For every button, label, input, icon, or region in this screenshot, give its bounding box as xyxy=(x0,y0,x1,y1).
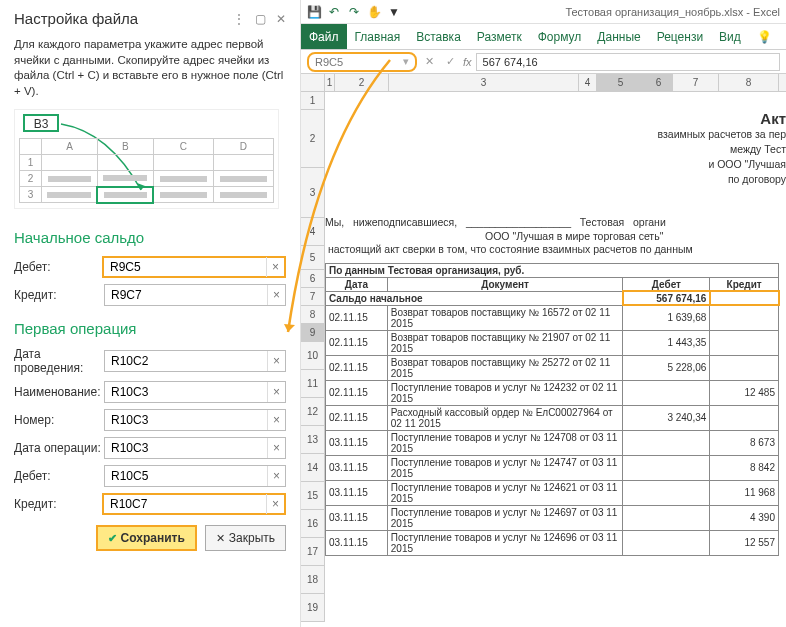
doc-body: Мы, нижеподписавшиеся, _________________… xyxy=(325,216,786,257)
clear-icon[interactable]: × xyxy=(267,285,285,305)
more-icon[interactable]: ⋮ xyxy=(233,12,245,26)
doc-subtitle: взаимных расчетов за пер xyxy=(325,128,786,143)
tab-data[interactable]: Данные xyxy=(589,24,648,49)
table-row[interactable]: 03.11.15Поступление товаров и услуг № 12… xyxy=(326,530,779,555)
table-row[interactable]: 02.11.15Расходный кассовый ордер № ЕлС00… xyxy=(326,405,779,430)
debet-label: Дебет: xyxy=(14,260,102,274)
close-panel-icon[interactable]: ✕ xyxy=(276,12,286,26)
saldo-debet-cell[interactable]: 567 674,16 xyxy=(623,291,710,305)
table-row[interactable]: 02.11.15Возврат товаров поставщику № 219… xyxy=(326,330,779,355)
tab-layout[interactable]: Разметк xyxy=(469,24,530,49)
spreadsheet[interactable]: 1 2 3 4 5 6 7 8 1 2 3 4 5 6 7 8 9 10 11 … xyxy=(301,74,786,627)
debet-input[interactable] xyxy=(104,258,266,276)
table-caption: По данным Тестовая организация, руб. xyxy=(326,263,779,277)
table-row[interactable]: 03.11.15Поступление товаров и услуг № 12… xyxy=(326,430,779,455)
section-saldo-title: Начальное сальдо xyxy=(14,229,286,246)
saldo-label: Сальдо начальное xyxy=(326,291,623,305)
clear-icon[interactable]: × xyxy=(267,410,285,430)
save-button[interactable]: ✔Сохранить xyxy=(96,525,197,551)
formula-bar[interactable]: 567 674,16 xyxy=(476,53,780,71)
table-row[interactable]: 03.11.15Поступление товаров и услуг № 12… xyxy=(326,480,779,505)
th-date: Дата xyxy=(326,277,388,291)
column-headers: 1 2 3 4 5 6 7 8 xyxy=(301,74,786,92)
clear-icon[interactable]: × xyxy=(266,494,284,514)
section-op-title: Первая операция xyxy=(14,320,286,337)
th-doc: Документ xyxy=(387,277,623,291)
op-name-input[interactable] xyxy=(105,382,267,402)
save-icon[interactable]: 💾 xyxy=(307,5,321,19)
saldo-credit-cell[interactable] xyxy=(710,291,779,305)
ribbon-tabs: Файл Главная Вставка Разметк Формул Данн… xyxy=(301,24,786,50)
tab-help[interactable]: Помощ xyxy=(780,24,786,49)
op-name-label: Наименование: xyxy=(14,385,104,399)
tab-insert[interactable]: Вставка xyxy=(408,24,469,49)
maximize-icon[interactable]: ▢ xyxy=(255,12,266,26)
th-debet: Дебет xyxy=(623,277,710,291)
table-row[interactable]: 02.11.15Возврат товаров поставщику № 252… xyxy=(326,355,779,380)
table-row[interactable]: 03.11.15Поступление товаров и услуг № 12… xyxy=(326,505,779,530)
touch-icon[interactable]: ✋ xyxy=(367,5,381,19)
tab-home[interactable]: Главная xyxy=(347,24,409,49)
clear-icon[interactable]: × xyxy=(267,351,285,371)
doc-title: Акт xyxy=(325,110,786,128)
table-row[interactable]: 02.11.15Поступление товаров и услуг № 12… xyxy=(326,380,779,405)
close-button[interactable]: ✕Закрыть xyxy=(205,525,286,551)
window-title: Тестовая организация_ноябрь.xlsx - Excel xyxy=(565,6,780,18)
op-debet-input[interactable] xyxy=(105,466,267,486)
op-debet-label: Дебет: xyxy=(14,469,104,483)
help-icon[interactable]: 💡 xyxy=(749,24,780,49)
check-icon: ✔ xyxy=(108,532,117,545)
panel-intro: Для каждого параметра укажите адрес перв… xyxy=(14,37,286,99)
cell-diagram: B3 ABCD 1 2 3 xyxy=(14,109,279,209)
op-opdate-label: Дата операции: xyxy=(14,441,104,455)
fx-cancel-icon[interactable]: ✕ xyxy=(421,55,438,68)
data-table: По данным Тестовая организация, руб. Дат… xyxy=(325,263,779,556)
config-panel: Настройка файла ⋮ ▢ ✕ Для каждого параме… xyxy=(0,0,300,627)
clear-icon[interactable]: × xyxy=(267,466,285,486)
row-headers: 1 2 3 4 5 6 7 8 9 10 11 12 13 14 15 16 1… xyxy=(301,92,325,622)
th-credit: Кредит xyxy=(710,277,779,291)
op-opdate-input[interactable] xyxy=(105,438,267,458)
fx-icon[interactable]: fx xyxy=(463,56,472,68)
diagram-b3-cell: B3 xyxy=(23,114,59,132)
redo-icon[interactable]: ↷ xyxy=(347,5,361,19)
op-num-input[interactable] xyxy=(105,410,267,430)
tab-review[interactable]: Рецензи xyxy=(649,24,711,49)
undo-icon[interactable]: ↶ xyxy=(327,5,341,19)
op-date-label: Дата проведения: xyxy=(14,347,104,375)
credit-label: Кредит: xyxy=(14,288,104,302)
table-row[interactable]: 02.11.15Возврат товаров поставщику № 165… xyxy=(326,305,779,330)
excel-window: 💾 ↶ ↷ ✋ ▼ Тестовая организация_ноябрь.xl… xyxy=(301,0,786,627)
op-date-input[interactable] xyxy=(105,351,267,371)
clear-icon[interactable]: × xyxy=(266,257,284,277)
op-credit-input[interactable] xyxy=(104,495,266,513)
op-num-label: Номер: xyxy=(14,413,104,427)
op-credit-label: Кредит: xyxy=(14,497,102,511)
clear-icon[interactable]: × xyxy=(267,438,285,458)
tab-formula[interactable]: Формул xyxy=(530,24,590,49)
fx-enter-icon[interactable]: ✓ xyxy=(442,55,459,68)
close-icon: ✕ xyxy=(216,532,225,545)
tab-view[interactable]: Вид xyxy=(711,24,749,49)
table-row[interactable]: 03.11.15Поступление товаров и услуг № 12… xyxy=(326,455,779,480)
quick-access-toolbar: 💾 ↶ ↷ ✋ ▼ Тестовая организация_ноябрь.xl… xyxy=(301,0,786,24)
name-box[interactable]: R9C5▾ xyxy=(307,52,417,72)
credit-input[interactable] xyxy=(105,285,267,305)
filter-icon[interactable]: ▼ xyxy=(387,5,401,19)
panel-title: Настройка файла xyxy=(14,10,138,27)
tab-file[interactable]: Файл xyxy=(301,24,347,49)
clear-icon[interactable]: × xyxy=(267,382,285,402)
